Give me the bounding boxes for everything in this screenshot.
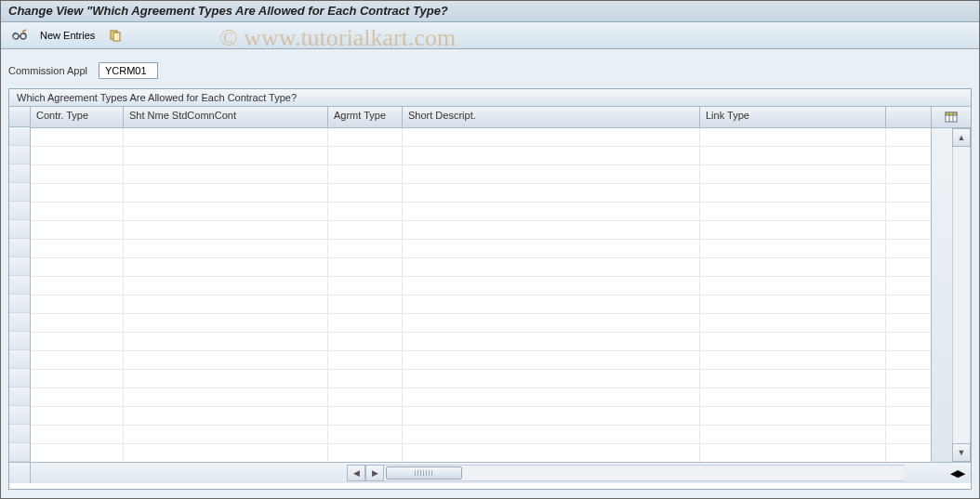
table-cell[interactable]: [700, 184, 886, 202]
horizontal-scroll-track[interactable]: [384, 465, 905, 481]
table-cell[interactable]: [403, 277, 700, 295]
column-header[interactable]: Contr. Type: [31, 107, 124, 127]
table-cell[interactable]: [403, 370, 700, 387]
table-cell[interactable]: [31, 370, 124, 387]
table-cell[interactable]: [328, 128, 403, 146]
table-cell[interactable]: [403, 147, 700, 164]
table-cell[interactable]: [700, 165, 886, 183]
scroll-left-end-button[interactable]: ◀: [950, 467, 958, 479]
scroll-up-button[interactable]: ▲: [952, 128, 971, 147]
table-cell[interactable]: [124, 258, 328, 276]
row-select-button[interactable]: [9, 146, 30, 164]
table-cell[interactable]: [403, 444, 700, 462]
table-cell[interactable]: [328, 444, 403, 462]
table-cell[interactable]: [700, 407, 886, 425]
table-cell[interactable]: [31, 277, 124, 295]
row-select-button[interactable]: [9, 313, 30, 332]
table-cell[interactable]: [124, 333, 328, 350]
table-cell[interactable]: [700, 444, 886, 462]
table-cell[interactable]: [328, 295, 403, 313]
scroll-right-end-button[interactable]: ▶: [958, 467, 965, 479]
column-header[interactable]: Agrmt Type: [328, 107, 403, 127]
table-cell[interactable]: [31, 258, 124, 276]
row-select-button[interactable]: [9, 257, 30, 276]
table-cell[interactable]: [403, 333, 700, 350]
table-cell[interactable]: [700, 426, 886, 443]
table-cell[interactable]: [31, 351, 124, 369]
table-cell[interactable]: [328, 370, 403, 387]
table-cell[interactable]: [403, 128, 700, 146]
table-cell[interactable]: [700, 351, 886, 369]
table-cell[interactable]: [124, 407, 328, 425]
table-cell[interactable]: [328, 258, 403, 276]
table-cell[interactable]: [124, 203, 328, 220]
commission-appl-field[interactable]: YCRM01: [99, 62, 158, 79]
table-cell[interactable]: [328, 203, 403, 220]
table-cell[interactable]: [328, 407, 403, 425]
table-cell[interactable]: [124, 388, 328, 406]
row-select-button[interactable]: [9, 369, 30, 387]
table-cell[interactable]: [403, 184, 700, 202]
row-select-button[interactable]: [9, 183, 30, 202]
table-cell[interactable]: [124, 444, 328, 462]
table-cell[interactable]: [124, 314, 328, 332]
table-cell[interactable]: [700, 221, 886, 239]
table-cell[interactable]: [328, 184, 403, 202]
table-cell[interactable]: [124, 128, 328, 146]
column-header[interactable]: Sht Nme StdComnCont: [124, 107, 328, 127]
horizontal-scrollbar[interactable]: ◀ ▶: [347, 465, 905, 481]
table-cell[interactable]: [31, 240, 124, 257]
table-cell[interactable]: [31, 426, 124, 443]
table-cell[interactable]: [124, 426, 328, 443]
table-cell[interactable]: [31, 184, 124, 202]
table-cell[interactable]: [328, 221, 403, 239]
table-cell[interactable]: [31, 165, 124, 183]
row-select-button[interactable]: [9, 332, 30, 350]
table-cell[interactable]: [124, 184, 328, 202]
table-cell[interactable]: [700, 295, 886, 313]
row-select-button[interactable]: [9, 220, 30, 239]
table-cell[interactable]: [124, 147, 328, 164]
row-select-button[interactable]: [9, 127, 30, 146]
table-cell[interactable]: [31, 128, 124, 146]
table-cell[interactable]: [403, 314, 700, 332]
row-select-button[interactable]: [9, 406, 30, 425]
table-cell[interactable]: [700, 277, 886, 295]
table-cell[interactable]: [31, 147, 124, 164]
column-header[interactable]: Link Type: [700, 107, 886, 127]
new-entries-button[interactable]: New Entries: [36, 29, 99, 42]
table-cell[interactable]: [328, 240, 403, 257]
row-select-button[interactable]: [9, 387, 30, 406]
table-cell[interactable]: [700, 128, 886, 146]
table-cell[interactable]: [124, 295, 328, 313]
table-cell[interactable]: [700, 240, 886, 257]
vertical-scrollbar[interactable]: ▲ ▼: [952, 128, 971, 462]
row-select-button[interactable]: [9, 164, 30, 183]
table-cell[interactable]: [328, 333, 403, 350]
table-cell[interactable]: [31, 314, 124, 332]
column-header[interactable]: Short Descript.: [403, 107, 700, 127]
table-cell[interactable]: [328, 147, 403, 164]
table-cell[interactable]: [31, 444, 124, 462]
table-cell[interactable]: [700, 147, 886, 164]
table-cell[interactable]: [124, 165, 328, 183]
table-cell[interactable]: [31, 407, 124, 425]
table-cell[interactable]: [328, 426, 403, 443]
horizontal-scroll-thumb[interactable]: [386, 466, 462, 479]
table-cell[interactable]: [124, 240, 328, 257]
scroll-down-button[interactable]: ▼: [952, 443, 971, 462]
select-all-rows-button[interactable]: [9, 107, 30, 127]
table-cell[interactable]: [403, 295, 700, 313]
table-cell[interactable]: [403, 351, 700, 369]
row-select-button[interactable]: [9, 443, 30, 462]
table-cell[interactable]: [31, 295, 124, 313]
table-cell[interactable]: [124, 277, 328, 295]
table-cell[interactable]: [403, 388, 700, 406]
table-cell[interactable]: [328, 351, 403, 369]
table-cell[interactable]: [700, 370, 886, 387]
table-cell[interactable]: [328, 165, 403, 183]
table-cell[interactable]: [31, 388, 124, 406]
table-cell[interactable]: [124, 351, 328, 369]
vertical-scroll-track[interactable]: [952, 147, 971, 443]
table-cell[interactable]: [700, 314, 886, 332]
